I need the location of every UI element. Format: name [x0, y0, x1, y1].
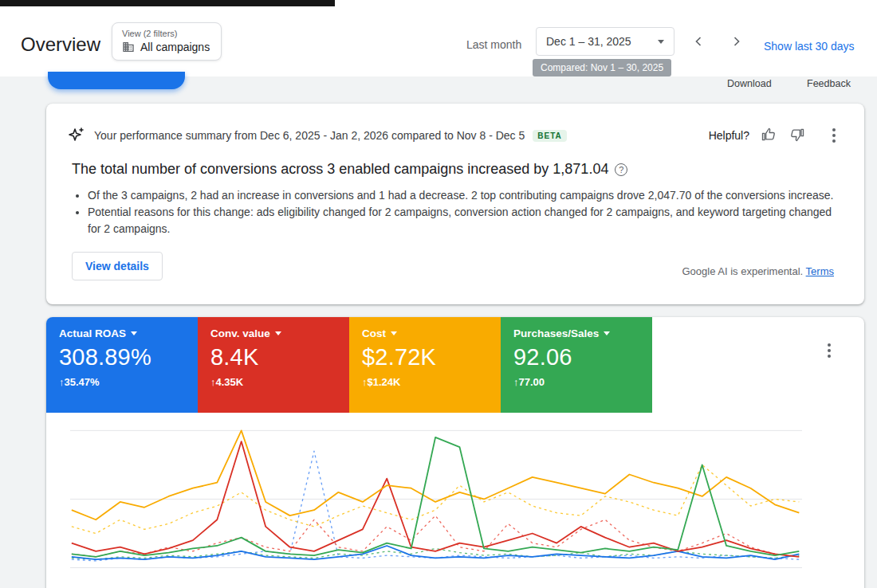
metric-value: 308.89%	[59, 344, 185, 370]
metric-tile[interactable]: Cost $2.72K ↑$1.24K	[349, 317, 501, 413]
chart-overflow-menu-button[interactable]	[820, 341, 839, 360]
metric-value: 92.06	[513, 344, 639, 370]
performance-summary-card: Your performance summary from Dec 6, 202…	[46, 104, 864, 304]
summary-headline: The total number of conversions across 3…	[72, 161, 608, 178]
chevron-down-icon	[658, 40, 664, 44]
next-period-button[interactable]	[724, 29, 749, 54]
view-filter-label: View (2 filters)	[122, 29, 210, 38]
summary-overflow-menu-button[interactable]	[824, 126, 844, 145]
metric-selector[interactable]: Conv. value	[210, 327, 336, 339]
view-filter-value: All campaigns	[140, 41, 210, 53]
metric-delta: ↑35.47%	[59, 376, 185, 388]
metrics-chart-card: Actual ROAS 308.89% ↑35.47% Conv. value …	[46, 317, 864, 588]
page-title: Overview	[21, 33, 100, 56]
terms-link[interactable]: Terms	[806, 265, 834, 277]
date-range-selector[interactable]: Dec 1 – 31, 2025	[536, 27, 674, 56]
metric-delta: ↑4.35K	[210, 376, 336, 388]
view-details-button[interactable]: View details	[72, 252, 163, 280]
campaigns-building-icon	[122, 41, 135, 53]
metric-tile[interactable]: Conv. value 8.4K ↑4.35K	[198, 317, 349, 413]
show-last-30-days-link[interactable]: Show last 30 days	[764, 40, 855, 53]
summary-bullet: Potential reasons for this change: ads e…	[88, 204, 837, 237]
previous-period-button[interactable]	[686, 29, 711, 54]
date-preset-label: Last month	[466, 38, 521, 51]
view-filter-chip[interactable]: View (2 filters) All campaigns	[112, 22, 222, 61]
feedback-button[interactable]: Feedback	[807, 78, 851, 89]
header-bar: Overview View (2 filters) All campaigns …	[0, 0, 877, 76]
metric-delta: ↑77.00	[513, 376, 639, 388]
metric-tile[interactable]: Purchases/Sales 92.06 ↑77.00	[501, 317, 652, 413]
browser-strip	[0, 0, 335, 6]
metric-selector[interactable]: Purchases/Sales	[513, 327, 639, 339]
chevron-down-icon	[275, 331, 281, 335]
compared-range-tooltip: Compared: Nov 1 – 30, 2025	[533, 59, 671, 76]
chevron-down-icon	[391, 331, 397, 335]
metric-tile[interactable]: Actual ROAS 308.89% ↑35.47%	[46, 317, 198, 413]
performance-chart	[70, 419, 802, 582]
summary-bullet-list: Of the 3 campaigns, 2 had an increase in…	[88, 187, 844, 237]
ai-spark-icon	[67, 126, 86, 145]
thumbs-up-button[interactable]	[761, 127, 778, 144]
helpful-label: Helpful?	[709, 129, 749, 142]
date-range-value: Dec 1 – 31, 2025	[546, 35, 631, 48]
metric-value: 8.4K	[210, 344, 336, 370]
chevron-down-icon	[604, 331, 610, 335]
summary-title: Your performance summary from Dec 6, 202…	[94, 129, 525, 142]
metric-selector[interactable]: Actual ROAS	[59, 327, 185, 339]
metric-delta: ↑$1.24K	[362, 376, 488, 388]
chevron-down-icon	[131, 331, 137, 335]
kebab-menu-icon	[828, 349, 831, 352]
metric-value: $2.72K	[362, 344, 488, 370]
metric-selector[interactable]: Cost	[362, 327, 488, 339]
help-icon[interactable]: ?	[615, 163, 627, 176]
download-button[interactable]: Download	[727, 78, 772, 89]
summary-headline-row: The total number of conversions across 3…	[46, 145, 864, 178]
primary-action-button-clipped[interactable]	[48, 72, 185, 89]
summary-bullet: Of the 3 campaigns, 2 had an increase in…	[88, 187, 837, 204]
kebab-menu-icon	[832, 134, 836, 137]
beta-badge: BETA	[533, 130, 566, 142]
overview-page: Overview View (2 filters) All campaigns …	[0, 0, 877, 588]
thumbs-down-button[interactable]	[789, 127, 807, 144]
metric-tiles-row: Actual ROAS 308.89% ↑35.47% Conv. value …	[46, 317, 864, 413]
performance-chart-svg	[70, 419, 802, 582]
ai-disclaimer: Google AI is experimental. Terms	[682, 265, 834, 280]
